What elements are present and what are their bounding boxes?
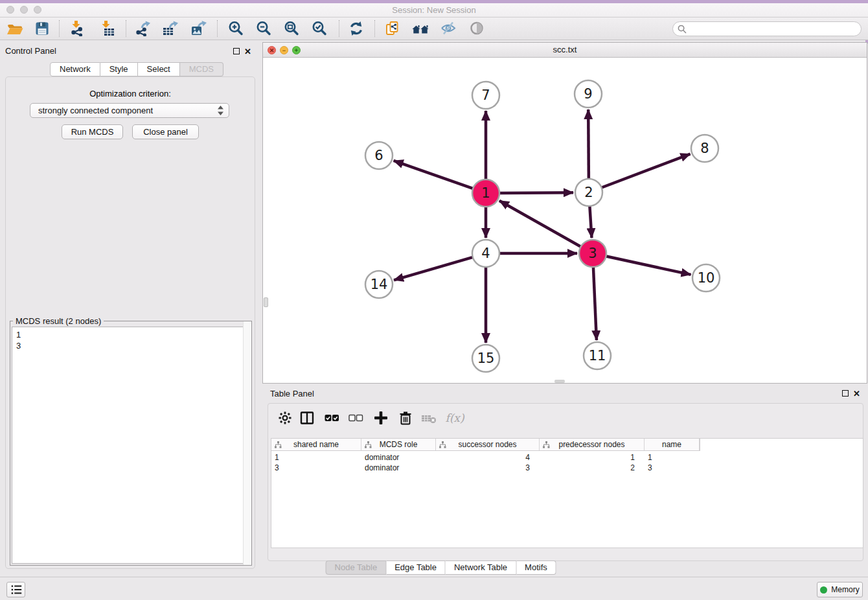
table-panel-close-icon[interactable]: ✕ bbox=[853, 390, 860, 397]
node-label-6: 6 bbox=[374, 148, 383, 163]
cell[interactable]: 3 bbox=[271, 463, 361, 473]
tab-mcds[interactable]: MCDS bbox=[180, 62, 223, 76]
cell[interactable]: 1 bbox=[644, 452, 699, 463]
toggle-column-panel-icon[interactable] bbox=[299, 410, 315, 426]
node-label-1: 1 bbox=[481, 185, 490, 201]
edge-2-8[interactable] bbox=[600, 154, 691, 189]
status-bar: Memory bbox=[0, 577, 868, 600]
tab-network-table[interactable]: Network Table bbox=[446, 560, 516, 575]
criterion-dropdown[interactable]: strongly connected component bbox=[30, 103, 229, 118]
zoom-fit-icon[interactable] bbox=[282, 19, 301, 38]
network-canvas[interactable]: 7968124314101511 bbox=[263, 58, 867, 384]
function-builder-icon: f(x) bbox=[444, 410, 466, 426]
column-header-predecessor-nodes[interactable]: predecessor nodes bbox=[540, 439, 645, 450]
toolbar-separator bbox=[59, 20, 60, 37]
edge-4-14[interactable] bbox=[394, 257, 474, 280]
control-panel-close-icon[interactable]: ✕ bbox=[244, 48, 251, 55]
unselect-all-columns-icon[interactable] bbox=[347, 410, 364, 426]
app-title: Session: New Session bbox=[0, 3, 868, 17]
export-table-icon[interactable] bbox=[161, 19, 179, 38]
cell[interactable]: 4 bbox=[435, 452, 539, 463]
task-list-icon bbox=[10, 583, 23, 596]
tab-node-table[interactable]: Node Table bbox=[326, 560, 387, 575]
node-label-9: 9 bbox=[584, 86, 592, 102]
tab-style[interactable]: Style bbox=[100, 62, 138, 76]
tab-motifs[interactable]: Motifs bbox=[516, 560, 556, 575]
node-label-3: 3 bbox=[588, 246, 597, 261]
memory-button[interactable]: Memory bbox=[817, 582, 863, 597]
tab-edge-table[interactable]: Edge Table bbox=[386, 560, 446, 575]
node-label-2: 2 bbox=[584, 185, 593, 200]
export-image-icon[interactable] bbox=[189, 19, 207, 38]
dropdown-stepper-icon bbox=[218, 106, 223, 115]
column-header-successor-nodes[interactable]: successor nodes bbox=[436, 439, 540, 450]
search-input[interactable] bbox=[690, 25, 861, 34]
edge-3-11[interactable] bbox=[593, 266, 597, 340]
node-label-7: 7 bbox=[481, 87, 490, 103]
mcds-result-text[interactable]: 1 3 bbox=[12, 327, 250, 564]
cell[interactable]: dominator bbox=[361, 452, 435, 463]
network-vscroll-thumb[interactable] bbox=[264, 297, 268, 307]
birdseye-view-icon[interactable] bbox=[468, 19, 486, 38]
open-session-icon[interactable] bbox=[6, 19, 24, 38]
cell[interactable]: 1 bbox=[539, 452, 644, 463]
column-header-name[interactable]: name bbox=[645, 439, 700, 450]
memory-status-icon bbox=[820, 586, 827, 594]
home-icon[interactable] bbox=[411, 19, 429, 38]
save-session-icon[interactable] bbox=[33, 19, 51, 38]
toolbar-separator bbox=[339, 20, 339, 37]
run-mcds-button[interactable]: Run MCDS bbox=[62, 124, 123, 139]
table-rows: 1dominator4113dominator323 bbox=[271, 452, 699, 473]
column-header-shared-name[interactable]: shared name bbox=[271, 439, 361, 450]
edge-3-1[interactable] bbox=[499, 201, 582, 248]
create-column-icon[interactable] bbox=[372, 410, 389, 426]
window-minimize-button[interactable] bbox=[20, 6, 28, 14]
import-table-icon[interactable] bbox=[98, 19, 117, 38]
column-header-mcds-role[interactable]: MCDS role bbox=[361, 439, 436, 450]
close-panel-button[interactable]: Close panel bbox=[132, 124, 199, 139]
cell[interactable]: 1 bbox=[271, 452, 361, 463]
network-zoom-button[interactable]: + bbox=[292, 46, 301, 54]
table-panel-float-icon[interactable] bbox=[842, 390, 849, 397]
node-label-11: 11 bbox=[589, 348, 606, 363]
window-close-button[interactable] bbox=[6, 6, 14, 14]
mcds-result-scrollbar[interactable] bbox=[243, 321, 251, 565]
zoom-in-icon[interactable] bbox=[227, 19, 245, 38]
network-view-window: ✕ − + scc.txt 7968124314101511 bbox=[262, 42, 867, 384]
window-zoom-button[interactable] bbox=[34, 6, 41, 14]
mcds-result-title: MCDS result (2 nodes) bbox=[13, 316, 104, 326]
node-label-10: 10 bbox=[698, 270, 715, 286]
tab-select[interactable]: Select bbox=[138, 62, 180, 76]
zoom-selected-icon[interactable] bbox=[310, 19, 328, 38]
hide-graphics-details-icon[interactable] bbox=[439, 19, 457, 38]
cell[interactable]: 3 bbox=[435, 463, 539, 473]
edge-2-9[interactable] bbox=[588, 110, 589, 180]
mcds-app-icon[interactable] bbox=[383, 19, 402, 38]
optimization-criterion-label: Optimization criterion: bbox=[6, 89, 255, 98]
cell[interactable]: 2 bbox=[539, 463, 644, 473]
tab-network[interactable]: Network bbox=[50, 62, 100, 76]
zoom-out-icon[interactable] bbox=[255, 19, 273, 38]
edge-1-2[interactable] bbox=[498, 192, 573, 193]
select-all-columns-icon[interactable] bbox=[323, 410, 340, 426]
edge-1-6[interactable] bbox=[394, 161, 474, 189]
task-history-button[interactable] bbox=[6, 582, 25, 597]
toolbar-separator bbox=[217, 20, 218, 37]
table-row[interactable]: 1dominator411 bbox=[271, 452, 699, 463]
import-network-icon[interactable] bbox=[68, 19, 86, 38]
network-close-button[interactable]: ✕ bbox=[268, 46, 276, 54]
table-settings-gear-icon[interactable] bbox=[277, 410, 293, 426]
cell[interactable]: dominator bbox=[361, 463, 435, 473]
delete-columns-trash-icon[interactable] bbox=[397, 410, 414, 426]
edge-2-3[interactable] bbox=[589, 205, 591, 238]
table-row[interactable]: 3dominator323 bbox=[271, 463, 699, 473]
cell[interactable]: 3 bbox=[644, 463, 699, 473]
edge-3-10[interactable] bbox=[605, 256, 691, 275]
control-panel-float-icon[interactable] bbox=[233, 48, 240, 54]
export-network-icon[interactable] bbox=[133, 19, 152, 38]
network-hscroll-thumb[interactable] bbox=[554, 380, 565, 383]
network-minimize-button[interactable]: − bbox=[280, 46, 288, 54]
refresh-layout-icon[interactable] bbox=[347, 19, 365, 38]
control-panel-title: Control Panel bbox=[5, 46, 56, 56]
node-table-panel: f(x) shared nameMCDS rolesuccessor nodes… bbox=[268, 403, 863, 561]
